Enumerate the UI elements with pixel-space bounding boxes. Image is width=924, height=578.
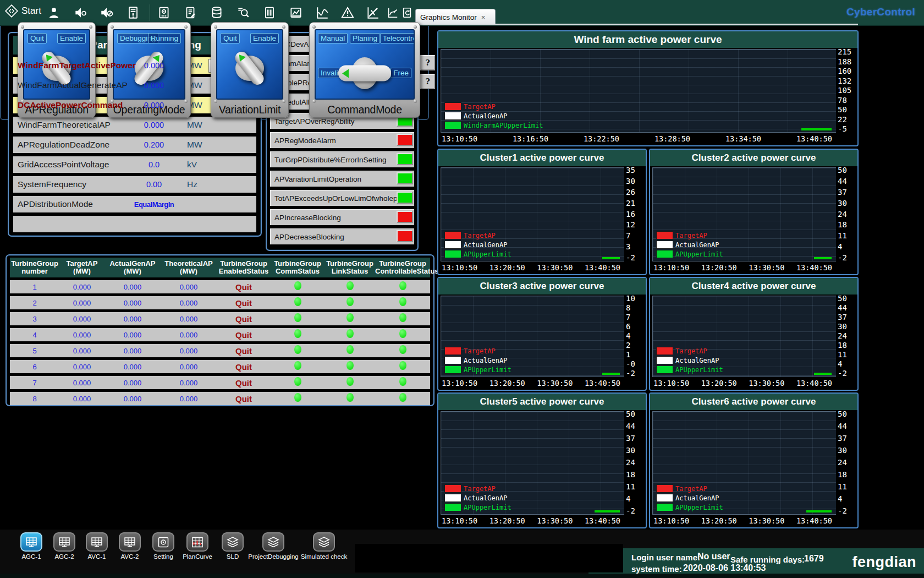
param-row: WindFarmTheoreticalAP 0.000 MW xyxy=(13,117,256,133)
chart-y-axis: 504437302418114-2 xyxy=(836,295,857,377)
y-tick: 4 xyxy=(838,243,857,250)
alarm-indicator xyxy=(397,172,413,184)
y-tick: 3 xyxy=(626,243,646,250)
turbine-controllable-status xyxy=(375,329,430,340)
user-icon[interactable] xyxy=(46,5,62,20)
green-dot-icon xyxy=(346,393,354,402)
param-value: EqualMargIn xyxy=(129,200,179,209)
y-tick: 18 xyxy=(838,341,857,349)
y-tick: 105 xyxy=(838,86,857,94)
chart-plot-area: TargetAP ActualGenAP APUpperLimit xyxy=(441,296,624,377)
tab-close-icon[interactable]: × xyxy=(481,13,486,21)
y-tick: 35 xyxy=(626,166,646,174)
switch-option-right[interactable]: Enable xyxy=(57,33,86,43)
legend-swatch xyxy=(656,503,673,511)
switch-option-free[interactable]: Free xyxy=(391,68,411,78)
wave-chart-icon[interactable] xyxy=(315,5,330,20)
legend-label: APUpperLimit xyxy=(675,504,723,511)
legend-entry: APUpperLimit xyxy=(656,250,723,258)
switch-option-left[interactable]: Quit xyxy=(221,33,240,43)
legend-entry: ActualGenAP xyxy=(444,356,512,364)
chart-x-axis: 13:10:5013:20:5013:30:5013:40:50 xyxy=(438,261,646,274)
param-label: WindFarmTheoreticalAP xyxy=(18,120,111,130)
layers-icon[interactable] xyxy=(313,532,335,552)
legend-label: ActualGenAP xyxy=(464,112,507,120)
turbine-controllable-status xyxy=(375,281,430,292)
legend-label: ActualGenAP xyxy=(675,494,719,502)
scatter-chart-icon[interactable] xyxy=(386,5,399,20)
start-button[interactable]: Start xyxy=(4,4,41,18)
legend-label: APUpperLimit xyxy=(675,250,723,258)
legend-entry: APUpperLimit xyxy=(656,366,723,374)
turbine-actual-ap: 0.000 xyxy=(105,379,161,387)
turbine-table-row: 8 0.000 0.000 0.000 Quit xyxy=(10,392,430,405)
y-tick: 18 xyxy=(838,221,857,228)
chart-legend: TargetAP ActualGenAP WindFarmAPUpperLimi… xyxy=(444,102,543,129)
alarm-help-button[interactable]: ? xyxy=(420,74,435,89)
mute-horn-icon[interactable] xyxy=(73,5,88,20)
legend-label: ActualGenAP xyxy=(464,357,507,364)
legend-entry: APUpperLimit xyxy=(444,366,512,374)
turbine-table-row: 7 0.000 0.000 0.000 Quit xyxy=(10,376,430,389)
alarm-help-button[interactable]: ? xyxy=(420,55,435,70)
chart-box-icon[interactable] xyxy=(288,5,304,20)
report-alert-icon[interactable] xyxy=(125,5,141,20)
legend-swatch xyxy=(444,250,461,258)
mode-switch-VariationLimit[interactable]: Quit Enable VariationLimit xyxy=(211,22,289,118)
legend-entry: TargetAP xyxy=(444,484,512,493)
legend-entry: WindFarmAPUpperLimit xyxy=(444,121,543,129)
doc-bars-icon[interactable] xyxy=(262,5,277,20)
layers-icon[interactable] xyxy=(262,532,284,552)
legend-swatch xyxy=(444,503,461,511)
green-dot-icon xyxy=(294,345,301,354)
alarm-label: APIncreaseBlocking xyxy=(274,214,341,222)
layers-icon[interactable] xyxy=(222,532,244,552)
warning-icon[interactable] xyxy=(340,5,355,20)
chart-slash-icon[interactable] xyxy=(365,5,381,20)
legend-swatch xyxy=(656,356,673,364)
legend-label: TargetAP xyxy=(464,103,496,111)
turbine-target-ap: 0.000 xyxy=(59,315,105,323)
tab-graphics-monitor[interactable]: Graphics Monitor × xyxy=(415,9,496,25)
x-tick: 13:28:50 xyxy=(654,134,690,145)
switch-handle[interactable] xyxy=(338,66,391,81)
app-brand: CyberControl xyxy=(846,6,915,18)
chart-title: Cluster4 active power curve xyxy=(650,278,857,295)
switch-option-planing[interactable]: Planing xyxy=(350,33,380,43)
switch-option-right[interactable]: Enable xyxy=(250,33,279,43)
turbine-target-ap: 0.000 xyxy=(59,379,105,387)
x-tick: 13:16:50 xyxy=(513,134,548,145)
switch-face: Quit Enable xyxy=(216,29,283,100)
legend-entry: ActualGenAP xyxy=(656,494,723,502)
taskbar-item-Simulated check[interactable]: Simulated check xyxy=(294,532,354,560)
turbine-actual-ap: 0.000 xyxy=(105,395,161,403)
turbine-comm-status xyxy=(271,329,324,340)
doc-refresh-icon[interactable] xyxy=(400,5,414,20)
y-tick: 7 xyxy=(626,232,646,239)
search-icon[interactable] xyxy=(235,5,251,20)
turbine-theoretical-ap: 0.000 xyxy=(161,347,217,355)
monitor-eye-icon[interactable] xyxy=(156,5,172,20)
turbine-comm-status xyxy=(271,281,324,292)
mode-switch-CommandMode[interactable]: Manual Planing Telecontrol Invalid Free … xyxy=(309,22,420,118)
turbine-theoretical-ap: 0.000 xyxy=(161,283,217,291)
y-tick: 30 xyxy=(626,177,646,185)
block-horn-icon[interactable] xyxy=(99,5,114,20)
taskbar-item-label: SLD xyxy=(227,553,239,560)
y-tick: 24 xyxy=(838,210,857,218)
y-tick: 7 xyxy=(626,313,646,321)
legend-swatch xyxy=(656,484,673,493)
switch-option-telecontrol[interactable]: Telecontrol xyxy=(380,33,415,43)
x-tick: 13:40:50 xyxy=(796,134,832,145)
turbine-number: 8 xyxy=(10,395,59,403)
legend-entry: APUpperLimit xyxy=(444,250,512,258)
switch-option-manual[interactable]: Manual xyxy=(318,33,348,43)
switch-option-right[interactable]: Running xyxy=(148,33,181,43)
switch-option-left[interactable]: Quit xyxy=(28,33,47,43)
start-diamond-icon xyxy=(4,4,19,18)
note-icon[interactable] xyxy=(183,5,198,20)
database-icon[interactable] xyxy=(209,5,224,20)
chart-legend: TargetAP ActualGenAP APUpperLimit xyxy=(444,231,512,258)
chart-plot-area: TargetAP ActualGenAP APUpperLimit xyxy=(652,296,836,377)
alarm-indicator xyxy=(397,192,413,204)
